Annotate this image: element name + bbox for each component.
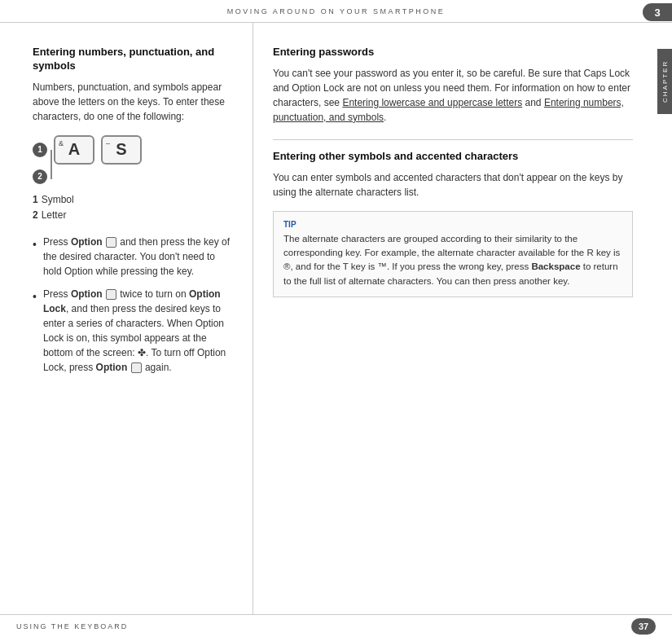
bullet-dot-2: • <box>33 288 37 305</box>
passwords-body-text: You can't see your password as you enter… <box>273 66 633 125</box>
right-column: Entering passwords You can't see your pa… <box>253 23 657 614</box>
passwords-link-mid: and <box>522 97 544 108</box>
symbols-body-text: You can enter symbols and accented chara… <box>273 170 633 200</box>
symbol-key: & A <box>54 135 94 165</box>
chapter-number-badge: 3 <box>643 3 672 21</box>
passwords-section-title: Entering passwords <box>273 46 633 59</box>
section-divider <box>273 139 633 140</box>
letter-a: A <box>68 140 80 159</box>
s-key: – S <box>101 135 142 165</box>
option-key-icon-1 <box>106 237 116 248</box>
lowercase-link[interactable]: Entering lowercase and uppercase letters <box>342 97 522 108</box>
circle-badge-2: 2 <box>33 169 47 184</box>
tip-content: The alternate characters are grouped acc… <box>283 232 622 288</box>
page-number-badge: 37 <box>631 618 656 635</box>
option-bold-3: Option <box>96 362 128 373</box>
left-section-title: Entering numbers, punctuation, and symbo… <box>33 46 233 73</box>
tip-box: TIP The alternate characters are grouped… <box>273 211 633 297</box>
circle-badge-1: 1 <box>33 143 47 157</box>
letter-s: S <box>116 140 126 159</box>
main-content: Entering numbers, punctuation, and symbo… <box>0 23 657 614</box>
label-text-2: Letter <box>42 208 67 223</box>
key-labels: 1 Symbol 2 Letter <box>33 192 233 223</box>
symbols-section-title: Entering other symbols and accented char… <box>273 150 633 164</box>
option-bold-1: Option <box>71 236 103 248</box>
key-illustration: 1 & A – S 2 <box>33 135 233 184</box>
passwords-text-end: . <box>384 112 386 123</box>
bullet-item-1: • Press Option and then press the key of… <box>33 235 233 279</box>
bullet-dot-1: • <box>33 236 37 253</box>
key-label-item-1: 1 Symbol <box>33 192 233 208</box>
key-row-1: 1 & A – S <box>33 135 233 165</box>
bullet-list: • Press Option and then press the key of… <box>33 235 233 375</box>
page-header: MOVING AROUND ON YOUR SMARTPHONE 3 <box>0 0 672 23</box>
option-lock-bold: Option Lock <box>43 288 221 314</box>
dash-symbol: – <box>106 139 110 147</box>
option-key-icon-2 <box>106 289 116 300</box>
left-column: Entering numbers, punctuation, and symbo… <box>0 23 253 614</box>
bullet-text-2: Press Option twice to turn on Option Loc… <box>43 287 233 375</box>
bullet-text-1: Press Option and then press the key of t… <box>43 235 233 279</box>
header-title: MOVING AROUND ON YOUR SMARTPHONE <box>227 7 446 15</box>
connector-line <box>51 150 52 179</box>
bullet-item-2: • Press Option twice to turn on Option L… <box>33 287 233 375</box>
label-num-2: 2 <box>33 208 38 223</box>
backspace-bold: Backspace <box>531 261 580 271</box>
key-label-item-2: 2 Letter <box>33 208 233 223</box>
amp-symbol: & <box>59 139 64 147</box>
option-bold-2: Option <box>71 288 103 300</box>
label-num-1: 1 <box>33 192 38 208</box>
left-intro-text: Numbers, punctuation, and symbols appear… <box>33 80 233 124</box>
chapter-sidebar-label: CHAPTER <box>657 49 672 114</box>
option-key-icon-3 <box>131 362 142 373</box>
tip-label: TIP <box>283 220 622 229</box>
label-text-1: Symbol <box>42 192 74 208</box>
footer-label: USING THE KEYBOARD <box>16 622 128 630</box>
page-footer: USING THE KEYBOARD 37 <box>0 614 672 637</box>
